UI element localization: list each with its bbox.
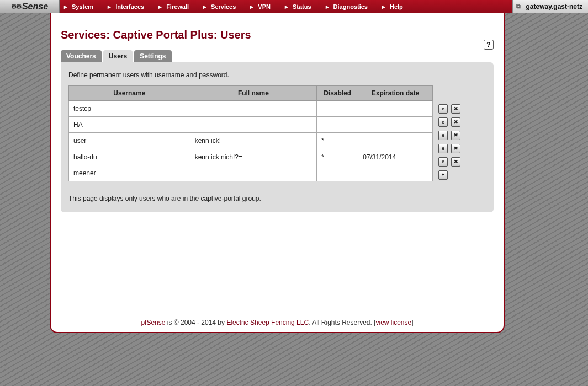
users-table: Username Full name Disabled Expiration d… [68,85,433,181]
main-nav: System Interfaces Firewall Services VPN … [60,0,512,13]
tab-users[interactable]: Users [103,50,133,62]
cell-expiration [358,133,433,149]
add-icon[interactable]: + [438,170,448,180]
nav-system[interactable]: System [60,3,103,10]
cell-disabled [317,101,358,117]
table-row: hallo-dukenn ick nich!?=*07/31/2014 [69,149,433,165]
cell-expiration [358,101,433,117]
nav-firewall[interactable]: Firewall [154,3,199,10]
cell-fullname: kenn ick nich!?= [190,149,317,165]
cell-disabled [317,117,358,133]
delete-icon[interactable]: ✖ [451,157,460,167]
nav-diagnostics[interactable]: Diagnostics [321,3,378,10]
main-panel: Services: Captive Portal Plus: Users ? V… [50,13,505,333]
logo[interactable]: ⚙⚙ Sense [0,0,60,13]
cell-expiration: 07/31/2014 [358,149,433,165]
tab-settings[interactable]: Settings [134,50,171,62]
footer-company[interactable]: Electric Sheep Fencing LLC [226,319,309,326]
table-row: testcp [69,101,433,117]
col-disabled: Disabled [317,86,358,101]
network-icon: ⧉ [516,3,524,10]
nav-services[interactable]: Services [199,3,246,10]
cell-fullname [190,117,317,133]
nav-interfaces[interactable]: Interfaces [103,3,154,10]
cell-username: testcp [69,101,190,117]
footer-brand[interactable]: pfSense [141,319,165,326]
edit-icon[interactable]: e [438,104,448,114]
cell-username: HA [69,117,190,133]
hostname-text: gateway.gast-netz [526,3,582,10]
table-row: meener [69,165,433,181]
nav-help[interactable]: Help [378,3,413,10]
tab-vouchers[interactable]: Vouchers [61,50,102,62]
edit-icon[interactable]: e [438,117,448,127]
cell-fullname [190,101,317,117]
edit-icon[interactable]: e [438,131,448,140]
cell-disabled: * [317,149,358,165]
hostname-box[interactable]: ⧉ gateway.gast-netz [512,0,588,13]
help-icon[interactable]: ? [484,40,494,50]
col-username: Username [69,86,190,101]
delete-icon[interactable]: ✖ [451,144,460,153]
cell-disabled: * [317,133,358,149]
nav-status[interactable]: Status [280,3,321,10]
tabs: Vouchers Users Settings [61,50,494,62]
footer-license[interactable]: view license [376,319,412,326]
delete-icon[interactable]: ✖ [451,117,460,127]
cell-disabled [317,165,358,181]
content-box: Define permanent users with username and… [61,62,494,212]
cell-expiration [358,117,433,133]
delete-icon[interactable]: ✖ [451,104,460,114]
cell-fullname: kenn ick! [190,133,317,149]
page-title: Services: Captive Portal Plus: Users [61,29,494,41]
table-row: userkenn ick!* [69,133,433,149]
delete-icon[interactable]: ✖ [451,131,460,140]
cell-fullname [190,165,317,181]
cell-username: hallo-du [69,149,190,165]
note-text: This page displays only users who are in… [68,195,486,202]
edit-icon[interactable]: e [438,144,448,153]
col-fullname: Full name [190,86,317,101]
table-row: HA [69,117,433,133]
cell-username: meener [69,165,190,181]
logo-text: Sense [22,2,48,12]
logo-icon: ⚙⚙ [11,3,21,10]
footer: pfSense is © 2004 - 2014 by Electric She… [51,319,504,326]
intro-text: Define permanent users with username and… [68,71,486,79]
cell-expiration [358,165,433,181]
edit-icon[interactable]: e [438,157,448,167]
col-expiration: Expiration date [358,86,433,101]
cell-username: user [69,133,190,149]
nav-vpn[interactable]: VPN [246,3,280,10]
